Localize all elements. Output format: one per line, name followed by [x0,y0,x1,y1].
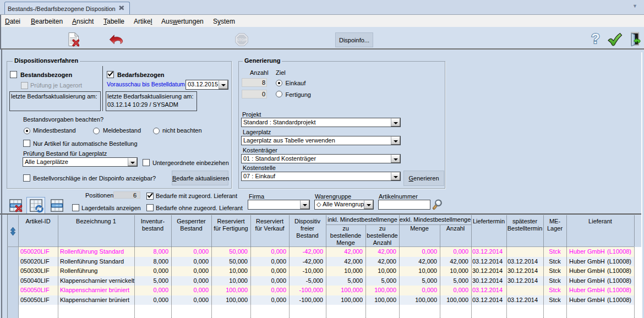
svg-text:?: ? [591,32,600,47]
svg-text:STOP: STOP [236,38,247,42]
